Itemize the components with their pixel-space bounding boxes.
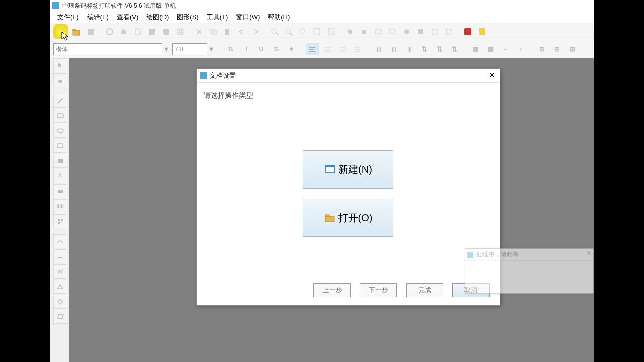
- svg-rect-9: [211, 29, 215, 33]
- font-size-selector[interactable]: [172, 43, 207, 55]
- paste-button[interactable]: [221, 26, 233, 38]
- bold-button[interactable]: B: [224, 43, 237, 55]
- zoom-out-button[interactable]: [283, 26, 295, 38]
- tb2-btn-4[interactable]: ⫼: [403, 43, 416, 55]
- tb2-btn-5[interactable]: ⇅: [418, 43, 431, 55]
- tb-btn-10[interactable]: [386, 26, 398, 38]
- curve-tool[interactable]: [53, 234, 67, 248]
- tb-btn-11[interactable]: [400, 26, 413, 38]
- print-button[interactable]: [118, 26, 130, 38]
- zoom-fit-button[interactable]: [297, 26, 309, 38]
- italic-button[interactable]: I: [239, 43, 253, 55]
- tb2-btn-11[interactable]: ↕: [514, 43, 527, 55]
- pdf-button[interactable]: [462, 26, 474, 38]
- zoom-in-button[interactable]: [269, 26, 281, 38]
- tb2-btn-9[interactable]: ▦: [484, 43, 497, 55]
- tb-btn-4[interactable]: [160, 26, 172, 38]
- menu-shape[interactable]: 图形(S): [173, 12, 202, 23]
- tool-1[interactable]: [53, 184, 67, 198]
- align-left-button[interactable]: [306, 43, 319, 55]
- svg-rect-55: [61, 219, 63, 221]
- tb2-btn-3[interactable]: ⫼: [387, 43, 400, 55]
- tb-btn-13[interactable]: [429, 26, 441, 38]
- diamond-tool[interactable]: [53, 295, 67, 309]
- font-selector[interactable]: [53, 43, 162, 55]
- processing-popup: 处理中，请稍等 ✕: [465, 248, 594, 294]
- new-doc-button[interactable]: [53, 24, 68, 39]
- rect-rounded-tool[interactable]: [53, 109, 67, 123]
- align-justify-button[interactable]: [351, 43, 364, 55]
- tb-btn-9[interactable]: [372, 26, 384, 38]
- tb-btn-14[interactable]: [443, 26, 455, 38]
- tb2-btn-10[interactable]: ↔: [499, 43, 512, 55]
- copy-button[interactable]: [207, 26, 219, 38]
- svg-rect-20: [348, 30, 352, 34]
- tb-btn-6[interactable]: [325, 26, 337, 38]
- cut-button[interactable]: [193, 26, 205, 38]
- svg-line-19: [328, 29, 334, 35]
- svg-rect-61: [325, 215, 329, 217]
- tb-btn-12[interactable]: [415, 26, 427, 38]
- save-button[interactable]: [85, 26, 97, 38]
- qr-tool[interactable]: [53, 214, 67, 228]
- menu-view[interactable]: 查看(V): [113, 12, 142, 23]
- filled-rect-tool[interactable]: [53, 154, 67, 168]
- tb-btn-3[interactable]: [146, 26, 158, 38]
- svg-rect-43: [57, 114, 63, 118]
- align-right-button[interactable]: [336, 43, 349, 55]
- barcode-tool[interactable]: [53, 199, 67, 213]
- svg-rect-10: [212, 31, 216, 35]
- triangle-tool[interactable]: [53, 280, 67, 294]
- tb-btn-5[interactable]: [311, 26, 323, 38]
- svg-line-42: [58, 98, 63, 103]
- tb2-btn-6[interactable]: ⇅: [433, 43, 446, 55]
- svg-rect-60: [325, 216, 334, 222]
- undo-button[interactable]: [235, 26, 248, 38]
- tb2-btn-8[interactable]: ▦: [469, 43, 482, 55]
- finish-button[interactable]: 完成: [406, 283, 443, 297]
- menu-window[interactable]: 窗口(W): [232, 12, 264, 23]
- svg-rect-1: [73, 29, 76, 31]
- menu-help[interactable]: 帮助(H): [264, 12, 294, 23]
- redo-button[interactable]: [250, 26, 262, 38]
- grid-button[interactable]: [174, 26, 186, 38]
- ellipse-tool[interactable]: [53, 124, 67, 138]
- tb2-btn-1[interactable]: ✦: [285, 43, 298, 55]
- svg-rect-59: [325, 165, 334, 167]
- tb-btn-1[interactable]: [104, 26, 116, 38]
- arc-tool[interactable]: [53, 249, 67, 263]
- tb-btn-15[interactable]: [476, 26, 488, 38]
- tb-btn-7[interactable]: [344, 26, 356, 38]
- dialog-close-button[interactable]: ✕: [487, 71, 497, 81]
- selection-tool[interactable]: [53, 58, 67, 72]
- prev-button[interactable]: 上一步: [313, 283, 351, 297]
- svg-point-12: [272, 29, 277, 34]
- polyline-tool[interactable]: [53, 264, 67, 279]
- next-button[interactable]: 下一步: [360, 283, 397, 297]
- new-document-button[interactable]: 新建(N): [303, 150, 393, 189]
- hand-tool[interactable]: [53, 73, 67, 87]
- tb-btn-8[interactable]: [358, 26, 370, 38]
- tb2-btn-7[interactable]: ⇅: [448, 43, 461, 55]
- menu-edit[interactable]: 编辑(E): [83, 12, 113, 23]
- open-button[interactable]: [70, 26, 83, 38]
- tb2-btn-14[interactable]: ⊞: [566, 43, 579, 55]
- svg-rect-17: [314, 29, 320, 35]
- menu-file[interactable]: 文件(F): [53, 12, 83, 23]
- underline-button[interactable]: U: [255, 43, 268, 55]
- line-tool[interactable]: [53, 94, 67, 108]
- align-center-button[interactable]: [321, 43, 334, 55]
- parallelogram-tool[interactable]: [53, 310, 67, 324]
- svg-rect-5: [122, 29, 125, 31]
- tb2-btn-12[interactable]: ⊞: [535, 43, 548, 55]
- menu-draw[interactable]: 绘图(D): [142, 12, 173, 23]
- tb-btn-2[interactable]: [132, 26, 144, 38]
- open-document-button[interactable]: 打开(O): [303, 199, 393, 237]
- popup2-close-button[interactable]: ✕: [586, 250, 591, 257]
- menu-tool[interactable]: 工具(T): [203, 12, 232, 23]
- tb2-btn-13[interactable]: ⊞: [550, 43, 564, 55]
- rect-tool[interactable]: [53, 139, 67, 153]
- tb2-btn-2[interactable]: ⫼: [372, 43, 385, 55]
- strike-button[interactable]: S: [270, 43, 283, 55]
- text-tool[interactable]: A: [53, 169, 67, 183]
